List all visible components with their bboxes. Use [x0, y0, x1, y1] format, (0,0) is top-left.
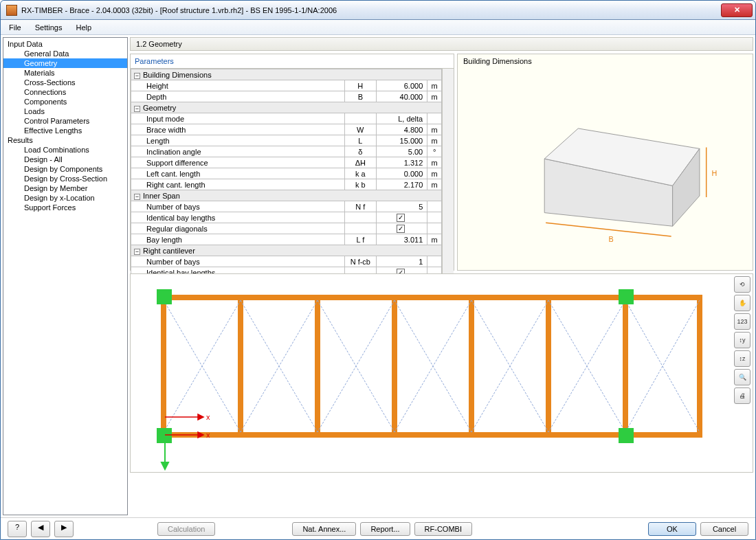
tool-print-icon[interactable]: 🖨: [734, 387, 751, 404]
tree-item-cross-sections[interactable]: Cross-Sections: [3, 78, 127, 87]
app-icon: [6, 5, 17, 16]
axis-label-x: x: [206, 413, 210, 421]
menubar: File Settings Help: [1, 20, 755, 35]
svg-rect-34: [619, 428, 634, 443]
building-3d-icon: H B: [458, 54, 753, 270]
rf-combi-button[interactable]: RF-COMBI: [414, 522, 472, 536]
svg-text:H: H: [712, 169, 718, 177]
tree-item-support-forces[interactable]: Support Forces: [3, 203, 127, 212]
svg-marker-36: [198, 414, 203, 420]
tree-item-components[interactable]: Components: [3, 97, 127, 106]
calculation-button[interactable]: Calculation: [157, 522, 215, 536]
cancel-button[interactable]: Cancel: [700, 522, 748, 536]
parameters-panel: Parameters −Building Dimensions HeightH6…: [130, 54, 454, 271]
page-heading: 1.2 Geometry: [130, 37, 753, 51]
svg-rect-33: [157, 428, 172, 443]
tree-item-eff-lengths[interactable]: Effective Lengths: [3, 126, 127, 135]
menu-file[interactable]: File: [6, 22, 24, 33]
collapse-icon[interactable]: −: [134, 194, 140, 200]
report-button[interactable]: Report...: [360, 522, 410, 536]
close-button[interactable]: ✕: [721, 3, 753, 17]
tree-item-load-comb[interactable]: Load Combinations: [3, 145, 127, 155]
preview-title: Building Dimensions: [463, 57, 532, 65]
tree-item-design-all[interactable]: Design - All: [3, 155, 127, 164]
ok-button[interactable]: OK: [648, 522, 696, 536]
tree-item-design-cross[interactable]: Design by Cross-Section: [3, 174, 127, 183]
svg-text:B: B: [608, 235, 613, 243]
diagram-toolbar: ⟲ ✋ 123 ↕y ↕z 🔍 🖨: [734, 276, 751, 404]
tool-values-icon[interactable]: 123: [734, 313, 751, 330]
nav-tree: Input Data General Data Geometry Materia…: [3, 37, 128, 515]
checkbox[interactable]: ✓: [397, 214, 405, 222]
tree-item-design-components[interactable]: Design by Components: [3, 164, 127, 174]
svg-marker-41: [162, 462, 168, 469]
parameters-header: Parameters: [131, 54, 454, 69]
tree-item-control-params[interactable]: Control Parameters: [3, 116, 127, 126]
menu-settings[interactable]: Settings: [32, 22, 65, 33]
prev-button[interactable]: ◀: [31, 521, 50, 537]
tool-axis-y-icon[interactable]: ↕y: [734, 332, 751, 348]
footer: ? ◀ ▶ Calculation Nat. Annex... Report..…: [1, 517, 755, 539]
svg-text:x: x: [206, 431, 210, 439]
tree-item-connections[interactable]: Connections: [3, 87, 127, 97]
collapse-icon[interactable]: −: [134, 73, 140, 79]
tree-group-results[interactable]: Results: [3, 135, 127, 145]
tree-item-general[interactable]: General Data: [3, 49, 127, 58]
menu-help[interactable]: Help: [73, 22, 94, 33]
tree-item-loads[interactable]: Loads: [3, 106, 127, 116]
brace-diagram-svg: x x: [131, 274, 729, 471]
tree-item-design-x[interactable]: Design by x-Location: [3, 193, 127, 203]
tree-item-geometry[interactable]: Geometry: [3, 58, 127, 68]
preview-panel: Building Dimensions H B: [457, 54, 753, 271]
parameters-grid[interactable]: −Building Dimensions HeightH6.000m Depth…: [131, 69, 442, 278]
svg-rect-32: [619, 289, 634, 304]
titlebar: RX-TIMBER - Brace - 2.04.0003 (32bit) - …: [1, 1, 755, 20]
tool-zoom-icon[interactable]: 🔍: [734, 369, 751, 385]
tree-item-materials[interactable]: Materials: [3, 68, 127, 78]
tool-hand-icon[interactable]: ✋: [734, 295, 751, 311]
scrollbar[interactable]: [442, 69, 454, 278]
tree-group-input[interactable]: Input Data: [3, 39, 127, 49]
checkbox[interactable]: ✓: [397, 225, 405, 233]
tool-axis-z-icon[interactable]: ↕z: [734, 350, 751, 367]
collapse-icon[interactable]: −: [134, 106, 140, 112]
svg-rect-31: [157, 289, 172, 304]
help-button[interactable]: ?: [8, 521, 27, 537]
next-button[interactable]: ▶: [54, 521, 74, 537]
collapse-icon[interactable]: −: [134, 249, 140, 255]
nat-annex-button[interactable]: Nat. Annex...: [292, 522, 356, 536]
window-title: RX-TIMBER - Brace - 2.04.0003 (32bit) - …: [21, 6, 337, 14]
structure-diagram[interactable]: x x ⟲ ✋ 123 ↕y ↕z 🔍 🖨: [130, 273, 753, 473]
tree-item-design-member[interactable]: Design by Member: [3, 183, 127, 193]
tool-rotate-icon[interactable]: ⟲: [734, 276, 751, 293]
